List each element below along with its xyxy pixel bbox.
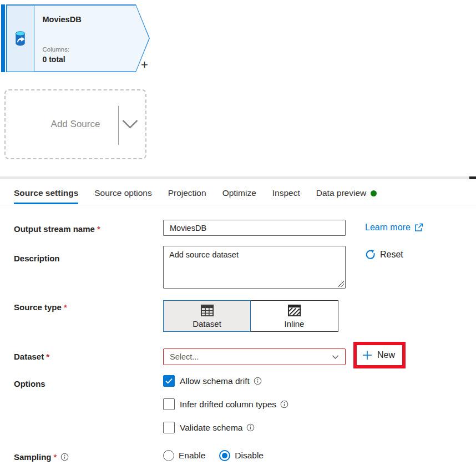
horizontal-scrollbar: [0, 176, 476, 179]
tab-inspect[interactable]: Inspect: [272, 185, 300, 204]
output-stream-name-label: Output stream name*: [14, 224, 100, 234]
new-dataset-button[interactable]: New: [357, 345, 402, 365]
tab-optimize[interactable]: Optimize: [222, 185, 256, 204]
sampling-enable-radio[interactable]: Enable: [163, 450, 205, 461]
infer-drifted-column-types-checkbox-row[interactable]: Infer drifted column types: [163, 398, 288, 410]
description-textarea[interactable]: Add source dataset: [163, 246, 346, 289]
sampling-label: Sampling*: [14, 452, 69, 462]
dataset-label: Dataset*: [14, 352, 49, 361]
chevron-down-icon[interactable]: [121, 119, 139, 130]
source-type-label: Source type*: [14, 302, 67, 312]
output-stream-name-input[interactable]: [163, 220, 346, 236]
radio-selected[interactable]: [219, 450, 230, 461]
node-title: MoviesDB: [43, 15, 82, 24]
required-asterisk: *: [64, 302, 67, 312]
settings-tab-bar: Source settings Source options Projectio…: [14, 185, 377, 204]
required-asterisk: *: [97, 224, 100, 234]
validate-schema-checkbox-row[interactable]: Validate schema: [163, 422, 255, 433]
tab-projection[interactable]: Projection: [168, 185, 206, 204]
checkbox-unchecked[interactable]: [163, 422, 175, 433]
radio-unselected[interactable]: [163, 450, 174, 461]
data-preview-status-dot: [371, 190, 377, 196]
allow-schema-drift-checkbox-row[interactable]: Allow schema drift: [163, 375, 262, 387]
options-label: Options: [14, 379, 45, 388]
required-asterisk: *: [54, 452, 57, 462]
add-source-label: Add Source: [51, 119, 100, 130]
source-type-dataset-button[interactable]: Dataset: [163, 300, 251, 332]
dataflow-source-settings-screen: MoviesDB Columns: 0 total + Add Source S…: [0, 0, 476, 475]
node-selection-bar: [1, 4, 5, 72]
new-button-highlight-box: New: [353, 342, 406, 368]
description-field-wrap: Add source dataset: [163, 246, 346, 289]
checkbox-checked[interactable]: [163, 375, 175, 387]
sampling-radio-group: Enable Disable: [163, 450, 264, 461]
info-icon[interactable]: [280, 400, 288, 408]
add-next-transform-button[interactable]: +: [141, 58, 148, 72]
source-type-inline-button[interactable]: Inline: [251, 300, 338, 332]
dataset-select-placeholder: Select...: [170, 352, 199, 361]
node-columns-count: 0 total: [43, 55, 65, 64]
chevron-down-icon: [332, 355, 339, 360]
reset-icon: [365, 249, 376, 260]
horizontal-scrollbar-thumb[interactable]: [469, 176, 476, 179]
dataset-table-icon: [200, 304, 214, 317]
dataset-select-dropdown[interactable]: Select...: [163, 348, 346, 365]
sampling-disable-radio[interactable]: Disable: [219, 450, 264, 461]
learn-more-link[interactable]: Learn more: [365, 223, 423, 233]
node-columns-label: Columns:: [43, 46, 70, 53]
tab-source-options[interactable]: Source options: [94, 185, 151, 204]
database-source-icon: [11, 29, 29, 48]
source-node-body: MoviesDB Columns: 0 total: [7, 6, 149, 72]
info-icon[interactable]: [246, 423, 255, 432]
tab-bar-divider: [0, 205, 476, 205]
required-asterisk: *: [46, 352, 49, 361]
tab-data-preview[interactable]: Data preview: [316, 185, 377, 204]
source-node-icon-panel: [7, 6, 34, 72]
description-label: Description: [14, 254, 60, 263]
external-link-icon: [414, 223, 423, 232]
source-node[interactable]: MoviesDB Columns: 0 total: [6, 4, 150, 72]
info-icon[interactable]: [60, 453, 69, 461]
add-source-button[interactable]: Add Source: [4, 89, 146, 159]
inline-dataset-icon: [287, 304, 301, 317]
checkmark-icon: [165, 378, 173, 384]
checkbox-unchecked[interactable]: [163, 398, 175, 410]
plus-icon: [362, 350, 372, 360]
source-type-toggle-group: Dataset Inline: [163, 300, 338, 332]
tab-source-settings[interactable]: Source settings: [14, 185, 78, 204]
info-icon[interactable]: [254, 377, 262, 385]
add-source-divider: [118, 106, 119, 145]
reset-button[interactable]: Reset: [365, 249, 403, 260]
